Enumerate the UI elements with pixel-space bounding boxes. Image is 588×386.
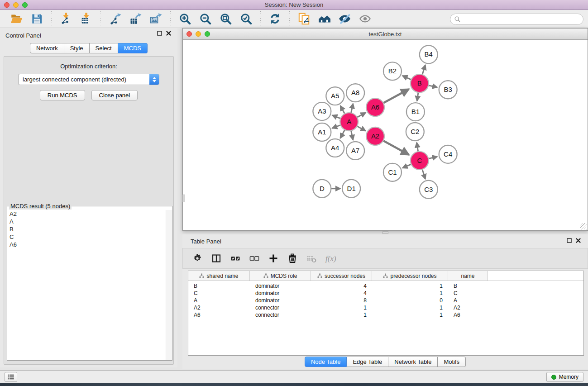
network-window-titlebar[interactable]: testGlobe.txt <box>183 29 588 40</box>
result-list-item[interactable]: A <box>8 218 165 225</box>
cell-shared-name[interactable]: C <box>188 290 250 297</box>
result-list-item[interactable]: C <box>8 233 165 241</box>
edge-B-B4[interactable] <box>422 65 425 75</box>
search-field[interactable] <box>450 14 583 25</box>
edge-B-B2[interactable] <box>402 76 411 80</box>
edge-C-C3[interactable] <box>422 169 425 179</box>
delete-columns-button[interactable] <box>286 252 299 265</box>
cell-name[interactable]: A <box>448 297 488 304</box>
network-canvas[interactable]: B4B2BB3A8A5A6A3B1AA1C2A2A4A7C4CC1DD1C3 <box>183 40 588 230</box>
splitter-handle-vertical[interactable] <box>182 195 185 202</box>
edge-A-A6[interactable] <box>357 113 366 117</box>
cell-shared-name[interactable]: A6 <box>188 311 250 319</box>
result-list-item[interactable]: A6 <box>8 241 165 248</box>
tab-network-table[interactable]: Network Table <box>388 357 438 367</box>
edge-A-A2[interactable] <box>357 126 366 131</box>
tab-node-table[interactable]: Node Table <box>305 357 347 367</box>
node-D1[interactable]: D1 <box>342 180 360 198</box>
column-header-predecessor-nodes[interactable]: predecessor nodes <box>372 271 448 281</box>
cell-successor-nodes[interactable]: 1 <box>311 304 372 311</box>
resize-grip-icon[interactable] <box>580 223 587 229</box>
edge-A-A5[interactable] <box>340 106 345 114</box>
zoom-in-button[interactable] <box>178 12 192 26</box>
cell-successor-nodes[interactable]: 1 <box>311 311 372 319</box>
node-C3[interactable]: C3 <box>420 181 438 199</box>
node-A3[interactable]: A3 <box>313 102 331 120</box>
cell-name[interactable]: C <box>448 290 488 297</box>
delete-table-button[interactable] <box>305 252 318 265</box>
result-list-item[interactable]: B <box>8 225 165 233</box>
edge-A2-C[interactable] <box>383 141 409 155</box>
show-panels-list-button[interactable] <box>5 372 17 382</box>
hide-selected-button[interactable] <box>338 12 352 26</box>
import-table-button[interactable] <box>79 12 93 26</box>
zoom-fit-button[interactable] <box>219 12 233 26</box>
new-network-from-selection-button[interactable] <box>297 12 311 26</box>
split-columns-button[interactable] <box>210 252 223 265</box>
tab-style[interactable]: Style <box>64 43 90 53</box>
column-header-successor-nodes[interactable]: successor nodes <box>311 271 372 281</box>
edge-A6-B[interactable] <box>383 89 409 103</box>
criterion-dropdown[interactable]: largest connected component (directed) <box>18 74 159 85</box>
edge-A-A3[interactable] <box>332 115 341 119</box>
export-image-button[interactable] <box>149 12 163 26</box>
select-all-button[interactable] <box>229 252 242 265</box>
import-network-button[interactable] <box>59 12 73 26</box>
cell-MCDS-role[interactable]: dominator <box>250 297 311 304</box>
edge-A-A4[interactable] <box>340 130 345 138</box>
table-options-gear-button[interactable] <box>191 252 204 265</box>
node-B3[interactable]: B3 <box>439 81 457 99</box>
open-file-button[interactable] <box>10 12 24 26</box>
node-A8[interactable]: A8 <box>346 84 364 102</box>
refresh-view-button[interactable] <box>268 12 282 26</box>
export-network-button[interactable] <box>108 12 122 26</box>
run-mcds-button[interactable]: Run MCDS <box>40 90 85 100</box>
node-C1[interactable]: C1 <box>383 163 402 181</box>
zoom-selected-button[interactable] <box>239 12 253 26</box>
tab-network[interactable]: Network <box>30 43 64 53</box>
table-row[interactable]: Adominator80A <box>188 297 583 304</box>
edge-A-A8[interactable] <box>351 104 353 113</box>
cell-name[interactable]: A2 <box>448 304 488 311</box>
add-column-button[interactable] <box>267 252 280 265</box>
table-row[interactable]: Cdominator41C <box>188 290 583 297</box>
table-row[interactable]: Bdominator41B <box>188 282 583 290</box>
edge-C-C1[interactable] <box>402 164 411 168</box>
column-header-shared-name[interactable]: shared name <box>188 271 250 281</box>
node-C4[interactable]: C4 <box>439 145 457 163</box>
cell-name[interactable]: B <box>448 282 488 290</box>
tab-motifs[interactable]: Motifs <box>438 357 466 367</box>
cell-predecessor-nodes[interactable]: 1 <box>372 311 448 319</box>
show-all-button[interactable] <box>358 12 372 26</box>
table-row[interactable]: A6connector11A6 <box>188 311 583 319</box>
cell-successor-nodes[interactable]: 8 <box>311 297 372 304</box>
node-A5[interactable]: A5 <box>326 87 344 105</box>
cell-predecessor-nodes[interactable]: 1 <box>372 282 448 290</box>
memory-button[interactable]: Memory <box>546 372 583 382</box>
cell-MCDS-role[interactable]: dominator <box>250 282 311 290</box>
tab-mcds[interactable]: MCDS <box>118 43 148 53</box>
node-A7[interactable]: A7 <box>346 142 364 160</box>
cell-successor-nodes[interactable]: 4 <box>311 290 372 297</box>
function-builder-button[interactable]: f(x) <box>324 252 337 265</box>
first-neighbors-button[interactable] <box>317 12 331 26</box>
close-panel-button[interactable]: Close panel <box>91 90 138 100</box>
cell-shared-name[interactable]: B <box>188 282 250 290</box>
tab-edge-table[interactable]: Edge Table <box>347 357 388 367</box>
cell-MCDS-role[interactable]: connector <box>250 304 311 311</box>
splitter-handle-horizontal[interactable] <box>382 231 388 234</box>
cell-successor-nodes[interactable]: 4 <box>311 282 372 290</box>
node-A6[interactable]: A6 <box>366 98 384 116</box>
export-table-button[interactable] <box>129 12 143 26</box>
cell-name[interactable]: A6 <box>448 311 488 319</box>
cell-predecessor-nodes[interactable]: 0 <box>372 297 448 304</box>
zoom-out-button[interactable] <box>198 12 212 26</box>
cell-MCDS-role[interactable]: dominator <box>250 290 311 297</box>
node-C[interactable]: C <box>411 152 429 170</box>
node-C2[interactable]: C2 <box>406 123 424 141</box>
cell-predecessor-nodes[interactable]: 1 <box>372 290 448 297</box>
node-B[interactable]: B <box>411 74 429 92</box>
unselect-all-button[interactable] <box>248 252 261 265</box>
node-B1[interactable]: B1 <box>406 103 425 121</box>
cell-predecessor-nodes[interactable]: 1 <box>372 304 448 311</box>
